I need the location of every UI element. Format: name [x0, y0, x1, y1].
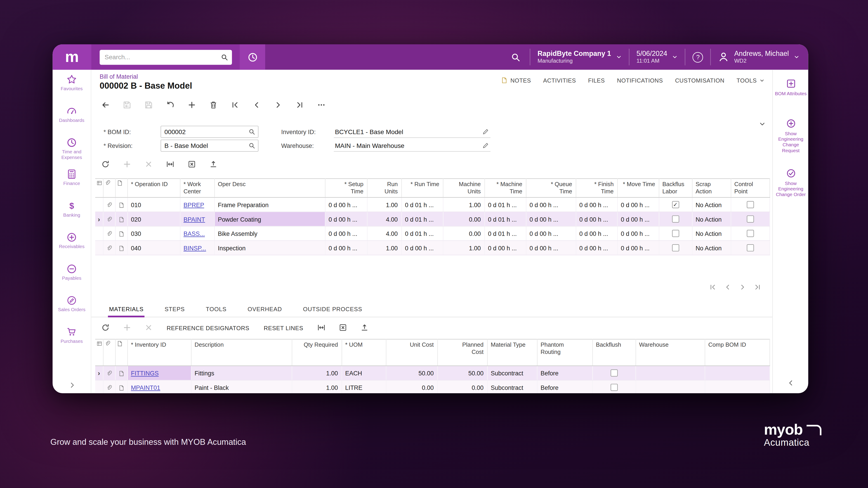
pager-prev-icon[interactable]	[724, 283, 731, 291]
cell-operation_id[interactable]: 010	[127, 197, 180, 212]
reference-designators-button[interactable]: REFERENCE DESIGNATORS	[159, 320, 256, 335]
checkbox-control_point[interactable]	[746, 230, 754, 237]
cell-material_type[interactable]: Subcontract	[487, 380, 537, 393]
cell-description[interactable]: Fittings	[191, 366, 292, 380]
cell-scrap_action[interactable]: No Action	[692, 241, 731, 255]
checkbox-backflush[interactable]	[610, 369, 618, 377]
chevron-down-icon[interactable]	[672, 54, 678, 60]
cell-move_time[interactable]: 0 d 00 h ...	[617, 241, 659, 255]
cell-control_point[interactable]	[731, 197, 770, 212]
tab-outside-process[interactable]: OUTSIDE PROCESS	[302, 306, 363, 317]
cell-unit_cost[interactable]: 0.00	[386, 380, 437, 393]
cell-uom[interactable]: EACH	[342, 366, 386, 380]
tab-overhead[interactable]: OVERHEAD	[246, 306, 283, 317]
search-input[interactable]	[103, 53, 221, 61]
cell-finish_time[interactable]: 0 d 00 h ...	[576, 226, 617, 241]
checkbox-control_point[interactable]	[746, 201, 754, 209]
more-actions-button[interactable]	[311, 97, 332, 112]
cell-oper_desc[interactable]: Bike Assembly	[214, 226, 325, 241]
warehouse-value[interactable]: MAIN - Main Warehouse	[334, 142, 482, 149]
col-operation_id[interactable]: * Operation ID	[127, 179, 180, 197]
cell-backflush_labor[interactable]	[659, 197, 692, 212]
col-scrap_action[interactable]: Scrap Action	[692, 179, 731, 197]
cell-backflush[interactable]	[592, 366, 636, 380]
cell-setup_time[interactable]: 0 d 00 h ...	[325, 226, 367, 241]
pager-next-icon[interactable]	[739, 283, 746, 291]
notifications-link[interactable]: NOTIFICATIONS	[617, 77, 663, 84]
inventory_id-link[interactable]: FITTINGS	[131, 370, 159, 376]
user-avatar-icon[interactable]	[718, 52, 729, 63]
cell-work_center[interactable]: BPREP	[180, 197, 214, 212]
cell-oper_desc[interactable]: Powder Coating	[214, 212, 325, 226]
col-control_point[interactable]: Control Point	[731, 179, 770, 197]
save-button[interactable]	[138, 97, 160, 112]
fit-columns-button[interactable]	[159, 157, 181, 172]
cell-control_point[interactable]	[731, 241, 770, 255]
search-icon[interactable]	[221, 53, 228, 61]
cell-qty_required[interactable]: 1.00	[292, 366, 342, 380]
col-queue_time[interactable]: * Queue Time	[526, 179, 576, 197]
cell-uom[interactable]: LITRE	[342, 380, 386, 393]
first-record-button[interactable]	[224, 97, 246, 112]
recent-history-button[interactable]	[240, 44, 265, 70]
files-link[interactable]: FILES	[588, 77, 605, 84]
bom-id-input[interactable]	[161, 128, 249, 135]
sidebar-item-favourites[interactable]: Favourites	[53, 70, 91, 101]
reset-lines-button[interactable]: RESET LINES	[256, 320, 311, 335]
cell-machine_time[interactable]: 0 d 01 h ...	[485, 226, 526, 241]
cell-material_type[interactable]: Subcontract	[487, 366, 537, 380]
upload-button[interactable]	[203, 157, 224, 172]
cell-note[interactable]	[115, 241, 127, 255]
cell-machine_time[interactable]: 0 d 01 h ...	[485, 197, 526, 212]
grid-row[interactable]: 040BINSP...Inspection0 d 00 h ...1.000 d…	[95, 241, 770, 255]
col-unit_cost[interactable]: Unit Cost	[386, 339, 437, 366]
tools-menu[interactable]: TOOLS	[737, 77, 765, 84]
col-warehouse[interactable]: Warehouse	[636, 339, 705, 366]
bom-attributes-button[interactable]: BOM Attributes	[773, 79, 808, 97]
business-date-selector[interactable]: 5/06/2024 11:01 AM	[637, 50, 667, 64]
grid-row[interactable]: MPAINT01Paint - Black1.00LITRE0.000.00Su…	[95, 380, 770, 393]
checkbox-backflush_labor[interactable]	[672, 215, 679, 223]
cell-queue_time[interactable]: 0 d 00 h ...	[526, 212, 576, 226]
cell-note[interactable]	[115, 366, 127, 380]
cell-move_time[interactable]: 0 d 00 h ...	[617, 212, 659, 226]
cell-qty_required[interactable]: 1.00	[292, 380, 342, 393]
grid-row[interactable]: ›020BPAINTPowder Coating0 d 00 h ...4.00…	[95, 212, 770, 226]
cell-warehouse[interactable]	[636, 366, 705, 380]
col-qty_required[interactable]: Qty Required	[292, 339, 342, 366]
back-button[interactable]	[95, 97, 116, 112]
cell-machine_units[interactable]: 0.00	[443, 212, 485, 226]
export-excel-button[interactable]	[332, 320, 354, 335]
cell-machine_units[interactable]: 1.00	[443, 197, 485, 212]
cell-finish_time[interactable]: 0 d 00 h ...	[576, 212, 617, 226]
cell-comp_bom_id[interactable]	[705, 366, 770, 380]
cell-finish_time[interactable]: 0 d 00 h ...	[576, 241, 617, 255]
cell-scrap_action[interactable]: No Action	[692, 197, 731, 212]
cell-attach[interactable]	[103, 197, 115, 212]
checkbox-backflush_labor[interactable]	[672, 201, 679, 209]
upload-button[interactable]	[353, 320, 375, 335]
cell-run_time[interactable]: 0 d 00 h ...	[401, 241, 443, 255]
cell-machine_units[interactable]: 1.00	[443, 241, 485, 255]
save-close-button[interactable]	[116, 97, 138, 112]
cell-machine_time[interactable]: 0 d 01 h ...	[485, 212, 526, 226]
col-finish_time[interactable]: * Finish Time	[576, 179, 617, 197]
work_center-link[interactable]: BPAINT	[184, 216, 205, 222]
collapse-form-button[interactable]	[759, 121, 766, 127]
col-backflush[interactable]: Backflush	[592, 339, 636, 366]
sidebar-item-payables[interactable]: Payables	[53, 259, 91, 291]
company-selector[interactable]: RapidByte Company 1 Manufacturing	[537, 50, 611, 64]
checkbox-backflush_labor[interactable]	[672, 230, 679, 237]
cell-attach[interactable]	[103, 226, 115, 241]
lookup-icon[interactable]	[249, 128, 255, 135]
cell-run_units[interactable]: 4.00	[367, 212, 401, 226]
insert-record-button[interactable]	[181, 97, 203, 112]
cell-oper_desc[interactable]: Inspection	[214, 241, 325, 255]
checkbox-backflush[interactable]	[610, 384, 618, 391]
sidebar-item-banking[interactable]: $ Banking	[53, 196, 91, 228]
next-record-button[interactable]	[268, 97, 289, 112]
tab-tools[interactable]: TOOLS	[205, 306, 228, 317]
user-menu[interactable]: Andrews, Michael WD2	[734, 50, 789, 64]
cell-operation_id[interactable]: 030	[127, 226, 180, 241]
cell-backflush[interactable]	[592, 380, 636, 393]
